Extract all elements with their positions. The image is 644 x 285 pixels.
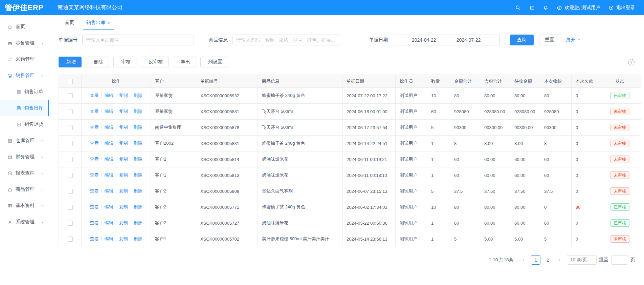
copy-link[interactable]: 复制 bbox=[119, 141, 128, 146]
view-link[interactable]: 查看 bbox=[90, 93, 99, 98]
copy-link[interactable]: 复制 bbox=[119, 125, 128, 130]
edit-link[interactable]: 编辑 bbox=[105, 109, 113, 114]
row-checkbox[interactable] bbox=[68, 205, 73, 210]
prev-page-button[interactable] bbox=[519, 256, 528, 264]
bill-no-input[interactable] bbox=[82, 35, 194, 45]
row-checkbox[interactable] bbox=[68, 221, 73, 226]
row-checkbox[interactable] bbox=[68, 141, 73, 146]
copy-link[interactable]: 复制 bbox=[119, 172, 128, 178]
next-page-button[interactable] bbox=[555, 256, 564, 264]
export-button[interactable]: 导出 bbox=[173, 57, 196, 67]
view-link[interactable]: 查看 bbox=[90, 188, 99, 194]
copy-link[interactable]: 复制 bbox=[119, 220, 128, 225]
row-checkbox[interactable] bbox=[68, 109, 73, 114]
view-link[interactable]: 查看 bbox=[90, 141, 99, 146]
edit-link[interactable]: 编辑 bbox=[105, 141, 113, 146]
edit-link[interactable]: 编辑 bbox=[105, 204, 113, 209]
app-logo[interactable]: 管伊佳ERP bbox=[0, 3, 50, 13]
row-checkbox[interactable] bbox=[68, 157, 73, 162]
tab-sales-outbound[interactable]: 销售出库× bbox=[80, 15, 117, 30]
sidebar-item-basic-data[interactable]: 基本资料 bbox=[0, 198, 49, 214]
date-to[interactable]: 2024-07-22 bbox=[457, 37, 481, 43]
edit-link[interactable]: 编辑 bbox=[105, 172, 113, 178]
copy-link[interactable]: 复制 bbox=[119, 236, 128, 241]
copy-link[interactable]: 复制 bbox=[119, 188, 128, 194]
delete-link[interactable]: 删除 bbox=[134, 93, 142, 98]
edit-link[interactable]: 编辑 bbox=[105, 236, 113, 241]
sidebar-item-products[interactable]: 商品管理 bbox=[0, 181, 49, 198]
date-range-picker[interactable]: 2024-04-22 ~ 2024-07-22 bbox=[393, 35, 500, 45]
sidebar-item-sales-order[interactable]: 销售订单 bbox=[0, 84, 49, 100]
close-icon[interactable]: × bbox=[108, 20, 111, 25]
pagination-total: 1-10 共18条 bbox=[489, 257, 513, 263]
sidebar-item-sales-outbound[interactable]: 销售出库 bbox=[0, 100, 49, 116]
view-link[interactable]: 查看 bbox=[90, 236, 99, 241]
welcome-user[interactable]: 欢迎您, 测试用户 bbox=[557, 5, 600, 11]
sidebar-item-sales[interactable]: 销售管理 bbox=[0, 67, 49, 84]
page-1-button[interactable]: 1 bbox=[531, 255, 540, 265]
reset-button[interactable]: 重置 bbox=[539, 35, 560, 45]
sidebar-item-home[interactable]: 首页 bbox=[0, 19, 49, 35]
delete-link[interactable]: 删除 bbox=[134, 109, 142, 114]
delete-link[interactable]: 删除 bbox=[134, 172, 142, 178]
delete-button[interactable]: 删除 bbox=[86, 57, 109, 67]
sidebar-item-system[interactable]: 系统管理 bbox=[0, 214, 49, 230]
date-from[interactable]: 2024-04-22 bbox=[412, 37, 436, 43]
tab-home[interactable]: 首页 bbox=[59, 15, 80, 30]
action-separator bbox=[116, 109, 116, 113]
page-2-button[interactable]: 2 bbox=[543, 255, 553, 265]
sidebar-item-warehouse[interactable]: 仓库管理 bbox=[0, 133, 49, 149]
jump-page-input[interactable] bbox=[611, 255, 628, 265]
organization-icon[interactable] bbox=[529, 5, 535, 11]
row-checkbox[interactable] bbox=[68, 173, 73, 178]
delete-link[interactable]: 删除 bbox=[134, 204, 142, 209]
delete-link[interactable]: 删除 bbox=[134, 188, 142, 194]
copy-link[interactable]: 复制 bbox=[119, 204, 128, 209]
help-icon[interactable]: ? bbox=[628, 59, 635, 65]
audit-button[interactable]: 审核 bbox=[113, 57, 136, 67]
delete-link[interactable]: 删除 bbox=[134, 125, 142, 130]
view-link[interactable]: 查看 bbox=[90, 220, 99, 225]
sidebar-item-retail[interactable]: 零售管理 bbox=[0, 35, 49, 51]
view-link[interactable]: 查看 bbox=[90, 109, 99, 114]
sidebar-item-purchase[interactable]: 采购管理 bbox=[0, 51, 49, 67]
sidebar-item-sales-return[interactable]: 销售退货 bbox=[0, 116, 49, 133]
copy-link[interactable]: 复制 bbox=[119, 93, 128, 98]
product-info-input[interactable] bbox=[232, 35, 340, 45]
column-settings-button[interactable]: 列设置 bbox=[200, 57, 228, 67]
view-link[interactable]: 查看 bbox=[90, 157, 99, 162]
search-icon[interactable] bbox=[515, 5, 521, 11]
copy-link[interactable]: 复制 bbox=[119, 109, 128, 114]
logout-button[interactable]: 退出登录 bbox=[608, 5, 635, 11]
sidebar-item-finance[interactable]: 财务管理 bbox=[0, 149, 49, 165]
edit-link[interactable]: 编辑 bbox=[105, 157, 113, 162]
row-checkbox[interactable] bbox=[68, 189, 73, 194]
cell-owed: 80 bbox=[572, 199, 599, 215]
copy-link[interactable]: 复制 bbox=[119, 157, 128, 162]
status-badge: 未审核 bbox=[610, 140, 629, 147]
delete-link[interactable]: 删除 bbox=[134, 157, 142, 162]
edit-link[interactable]: 编辑 bbox=[105, 93, 113, 98]
edit-link[interactable]: 编辑 bbox=[105, 125, 113, 130]
col-status: 状态 bbox=[599, 75, 641, 88]
status-badge: 未审核 bbox=[610, 187, 629, 195]
row-checkbox[interactable] bbox=[68, 125, 73, 130]
select-all-checkbox[interactable] bbox=[68, 79, 73, 84]
add-button[interactable]: 新增 bbox=[59, 57, 82, 67]
search-button[interactable]: 查询 bbox=[510, 35, 534, 45]
view-link[interactable]: 查看 bbox=[90, 204, 99, 209]
page-size-select[interactable]: 10 条/页 bbox=[567, 255, 597, 265]
view-link[interactable]: 查看 bbox=[90, 125, 99, 130]
notifications-bell-icon[interactable] bbox=[543, 5, 549, 11]
edit-link[interactable]: 编辑 bbox=[105, 188, 113, 194]
row-checkbox[interactable] bbox=[68, 237, 73, 242]
edit-link[interactable]: 编辑 bbox=[105, 220, 113, 225]
delete-link[interactable]: 删除 bbox=[134, 220, 142, 225]
delete-link[interactable]: 删除 bbox=[134, 236, 142, 241]
view-link[interactable]: 查看 bbox=[90, 172, 99, 178]
unaudit-button[interactable]: 反审核 bbox=[141, 57, 169, 67]
sidebar-item-reports[interactable]: 报表查询 bbox=[0, 165, 49, 181]
expand-filters-link[interactable]: 展开 bbox=[566, 37, 581, 43]
delete-link[interactable]: 删除 bbox=[134, 141, 142, 146]
row-checkbox[interactable] bbox=[68, 93, 73, 98]
